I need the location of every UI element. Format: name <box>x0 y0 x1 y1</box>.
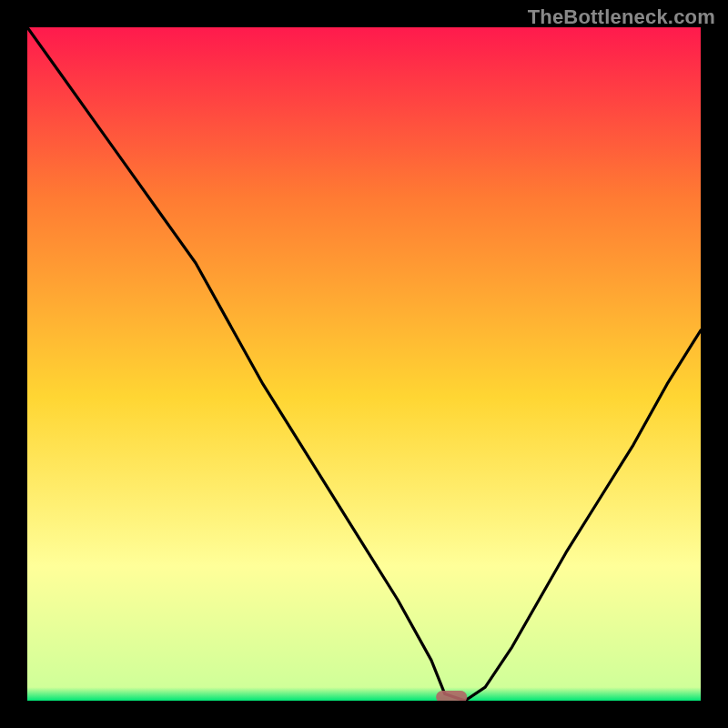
chart-frame: TheBottleneck.com <box>0 0 728 728</box>
watermark-text: TheBottleneck.com <box>528 5 715 29</box>
minimum-marker <box>436 691 467 701</box>
gradient-background <box>27 27 701 701</box>
chart-svg <box>27 27 701 701</box>
plot-area <box>27 27 701 701</box>
